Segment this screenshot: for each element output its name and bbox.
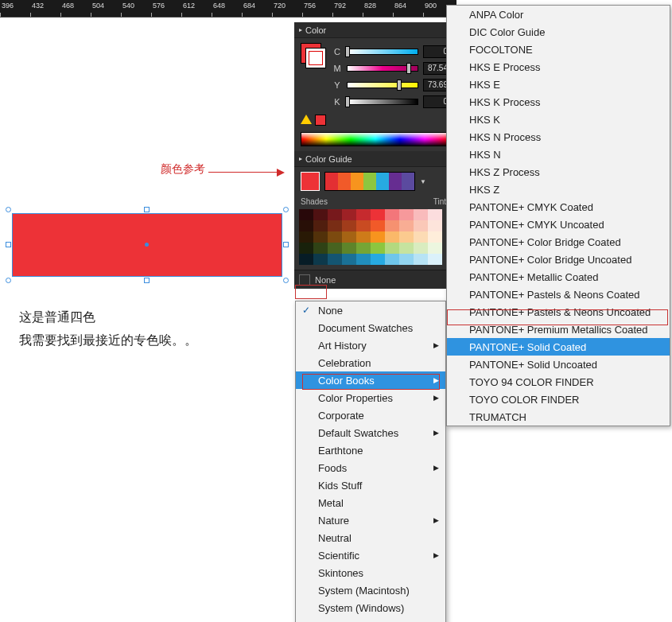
harmony-strip[interactable] — [324, 172, 415, 191]
colorbook-menu-item[interactable]: HKS K Process — [447, 93, 670, 111]
guide-cell[interactable] — [428, 254, 442, 265]
guide-cell[interactable] — [299, 254, 313, 265]
slider-thumb[interactable] — [345, 96, 350, 107]
harmony-swatch[interactable] — [325, 173, 338, 190]
base-color-swatch[interactable] — [301, 172, 320, 191]
library-menu-item[interactable]: Color Books▶ — [296, 371, 445, 389]
guide-cell[interactable] — [428, 231, 442, 243]
colorbook-menu-item[interactable]: HKS K — [447, 111, 670, 128]
guide-cell[interactable] — [299, 243, 313, 254]
guide-cell[interactable] — [328, 254, 342, 265]
cmyk-slider-m[interactable]: M87.54 — [332, 60, 450, 76]
colorbook-menu-item[interactable]: HKS E Process — [447, 58, 670, 76]
guide-cell[interactable] — [371, 243, 385, 254]
guide-cell[interactable] — [356, 209, 371, 220]
guide-cell[interactable] — [371, 231, 385, 243]
colorbook-menu-item[interactable]: PANTONE+ Solid Coated — [447, 338, 670, 356]
fill-stroke-swatch[interactable] — [301, 43, 324, 110]
colorbook-menu-item[interactable]: TOYO COLOR FINDER — [447, 391, 670, 408]
colorbook-menu-item[interactable]: TRUMATCH — [447, 408, 670, 426]
guide-cell[interactable] — [399, 220, 414, 231]
guide-cell[interactable] — [313, 209, 328, 220]
gamut-suggest-swatch[interactable] — [315, 115, 326, 126]
colorbook-menu-item[interactable]: HKS Z — [447, 181, 670, 198]
guide-cell[interactable] — [356, 254, 371, 265]
colorbook-menu-item[interactable]: DIC Color Guide — [447, 23, 670, 41]
slider-thumb[interactable] — [397, 80, 402, 91]
slider-thumb[interactable] — [345, 46, 350, 57]
library-menu-item[interactable]: Nature▶ — [296, 511, 445, 529]
colorbook-menu-item[interactable]: PANTONE+ Metallic Coated — [447, 268, 670, 286]
guide-cell[interactable] — [414, 254, 428, 265]
guide-cell[interactable] — [385, 243, 399, 254]
resize-handle-tr[interactable] — [283, 207, 289, 212]
harmony-swatch[interactable] — [376, 173, 389, 190]
cmyk-slider-c[interactable]: C0 — [332, 43, 450, 60]
guide-cell[interactable] — [428, 243, 442, 254]
resize-handle-bm[interactable] — [144, 278, 150, 283]
colorbook-menu-item[interactable]: FOCOLTONE — [447, 41, 670, 58]
library-menu-item[interactable]: Kids Stuff — [296, 476, 445, 494]
library-menu-item[interactable]: Scientific▶ — [296, 546, 445, 564]
slider-track[interactable] — [347, 49, 418, 55]
guide-cell[interactable] — [414, 231, 428, 243]
colorbook-menu-item[interactable]: PANTONE+ Color Bridge Coated — [447, 233, 670, 251]
guide-cell[interactable] — [371, 209, 385, 220]
colorbook-menu-item[interactable]: PANTONE+ CMYK Coated — [447, 198, 670, 216]
harmony-swatch[interactable] — [363, 173, 376, 190]
library-menu-item[interactable]: Document Swatches — [296, 319, 445, 336]
guide-cell[interactable] — [356, 220, 371, 231]
guide-cell[interactable] — [328, 243, 342, 254]
guide-cell[interactable] — [371, 254, 385, 265]
library-menu-item[interactable]: System (Macintosh) — [296, 581, 445, 599]
guide-cell[interactable] — [342, 220, 356, 231]
spectrum-bar[interactable] — [301, 132, 450, 146]
library-menu-item[interactable]: Neutral — [296, 529, 445, 546]
resize-handle-tl[interactable] — [6, 207, 11, 212]
guide-cell[interactable] — [342, 254, 356, 265]
cmyk-slider-k[interactable]: K0 — [332, 93, 450, 110]
guide-cell[interactable] — [313, 220, 328, 231]
harmony-swatch[interactable] — [338, 173, 351, 190]
dropdown-icon[interactable]: ▼ — [420, 178, 426, 185]
cmyk-slider-y[interactable]: Y73.69 — [332, 76, 450, 93]
library-menu-item[interactable]: Default Swatches▶ — [296, 424, 445, 441]
guide-cell[interactable] — [328, 209, 342, 220]
color-panel-tab[interactable]: ▸ Color — [294, 22, 456, 38]
guide-cell[interactable] — [313, 243, 328, 254]
guide-cell[interactable] — [399, 254, 414, 265]
colorbook-menu-item[interactable]: PANTONE+ Solid Uncoated — [447, 356, 670, 373]
library-menu-item[interactable]: Celebration — [296, 354, 445, 371]
slider-thumb[interactable] — [406, 63, 411, 74]
guide-cell[interactable] — [371, 220, 385, 231]
harmony-swatch[interactable] — [402, 173, 414, 190]
library-menu-item[interactable]: System (Windows) — [296, 599, 445, 616]
color-guide-tab[interactable]: ▸ Color Guide — [294, 151, 456, 167]
guide-cell[interactable] — [399, 243, 414, 254]
library-menu-item[interactable]: Art History▶ — [296, 336, 445, 354]
guide-cell[interactable] — [356, 231, 371, 243]
colorbook-menu-item[interactable]: HKS N Process — [447, 128, 670, 146]
gamut-warning-icon[interactable] — [301, 115, 312, 126]
colorbook-menu-item[interactable]: ANPA Color — [447, 6, 670, 23]
guide-cell[interactable] — [313, 254, 328, 265]
slider-track[interactable] — [347, 82, 418, 88]
guide-cell[interactable] — [385, 254, 399, 265]
guide-cell[interactable] — [313, 231, 328, 243]
library-menu-item[interactable]: Corporate — [296, 406, 445, 424]
guide-cell[interactable] — [356, 243, 371, 254]
guide-cell[interactable] — [414, 220, 428, 231]
resize-handle-ml[interactable] — [6, 242, 11, 247]
guide-cell[interactable] — [299, 231, 313, 243]
colorbook-menu-item[interactable]: PANTONE+ Pastels & Neons Coated — [447, 286, 670, 303]
harmony-swatch[interactable] — [389, 173, 402, 190]
guide-cell[interactable] — [385, 220, 399, 231]
colorbook-menu-item[interactable]: HKS N — [447, 146, 670, 163]
colorbook-menu-item[interactable]: HKS Z Process — [447, 163, 670, 181]
guide-cell[interactable] — [414, 243, 428, 254]
colorbook-menu-item[interactable]: PANTONE+ CMYK Uncoated — [447, 216, 670, 233]
resize-handle-mr[interactable] — [283, 242, 289, 247]
guide-cell[interactable] — [342, 231, 356, 243]
resize-handle-bl[interactable] — [6, 278, 11, 283]
guide-cell[interactable] — [385, 231, 399, 243]
